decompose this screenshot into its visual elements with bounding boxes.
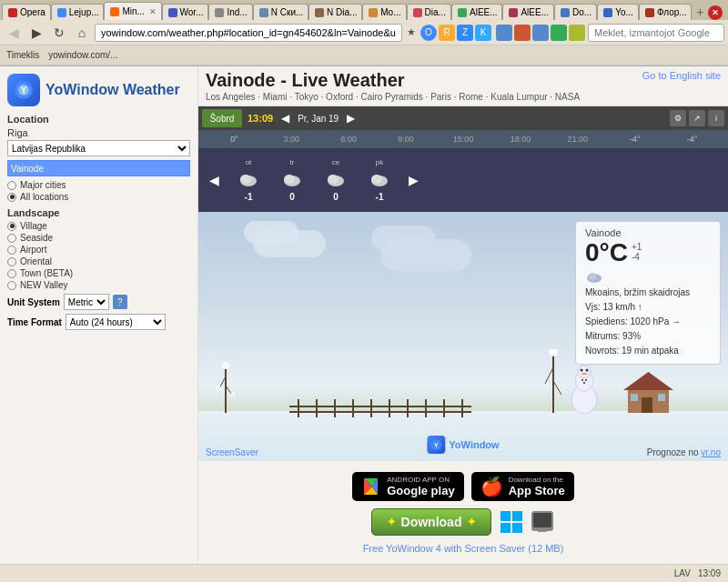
bookmark-icon[interactable]: ★ xyxy=(407,26,416,38)
svg-marker-22 xyxy=(623,372,673,390)
app-store-button[interactable]: 🍎 Download on the App Store xyxy=(471,472,574,501)
forecast-nav-right[interactable]: ▶ xyxy=(344,112,358,125)
svg-point-28 xyxy=(578,366,591,378)
free-label[interactable]: Free YoWindow 4 with Screen Saver (12 MB… xyxy=(363,543,564,554)
search-bar[interactable] xyxy=(588,24,724,42)
svg-point-48 xyxy=(588,273,597,280)
bookmarks-bar: Timeklis yowindow.com/... xyxy=(0,45,728,65)
ext4-icon[interactable] xyxy=(551,25,567,41)
landscape-village[interactable]: Village xyxy=(7,221,190,231)
feed-icon[interactable]: R xyxy=(439,25,455,41)
svg-point-4 xyxy=(240,175,251,184)
tab-do[interactable]: Do... xyxy=(554,4,597,20)
new-tab-button[interactable]: + xyxy=(692,4,708,20)
radio-dot-all xyxy=(7,193,16,202)
unit-system-select[interactable]: Metric xyxy=(64,294,109,310)
address-bar[interactable] xyxy=(95,24,402,42)
forecast-next-button[interactable]: ▶ xyxy=(405,173,422,187)
tab-dia[interactable]: N Dia... xyxy=(308,4,362,20)
winter-plant-2 xyxy=(544,349,562,416)
tab-wor[interactable]: Wor... xyxy=(162,4,209,20)
forecast-nav-left[interactable]: ◀ xyxy=(278,112,292,125)
country-select[interactable]: Latvijas Republika xyxy=(7,140,190,156)
google-play-line1: ANDROID APP ON xyxy=(387,476,454,484)
landscape-oriental[interactable]: Oriental xyxy=(7,256,190,266)
svg-point-30 xyxy=(586,369,589,372)
forecast-temp-pk: -1 xyxy=(376,192,384,202)
forecast-icon-pk xyxy=(369,168,390,190)
svg-rect-24 xyxy=(631,394,638,401)
tab-mo[interactable]: Mo... xyxy=(362,4,406,20)
svg-point-8 xyxy=(328,175,339,184)
tab-dia2[interactable]: Dia... xyxy=(407,4,451,20)
temp-minus: -4 xyxy=(632,252,642,262)
tab-favicon xyxy=(168,8,177,17)
time-marker-600: 6:00 xyxy=(320,135,378,144)
close-button[interactable]: ✕ xyxy=(708,5,723,20)
tab-lejup[interactable]: Lejup... xyxy=(51,4,105,20)
home-button[interactable]: ⌂ xyxy=(72,23,92,43)
forecast-day-ce: ce xyxy=(332,158,339,166)
weather-update: Novrots: 19 min atpaka xyxy=(585,344,711,358)
ext2-icon[interactable] xyxy=(514,25,531,41)
tab-ind[interactable]: Ind... xyxy=(208,4,252,20)
download-button[interactable]: ✦ Download ✦ xyxy=(371,508,492,536)
download-section: ANDROID APP ON Google play 🍎 Download on… xyxy=(198,461,728,565)
tab-opera[interactable]: Opera xyxy=(2,4,51,20)
time-format-select[interactable]: Auto (24 hours) xyxy=(66,314,166,330)
bookmark-timeklis[interactable]: Timeklis xyxy=(4,49,42,61)
yr-link-anchor[interactable]: yr.no xyxy=(701,447,721,457)
download-row: ✦ Download ✦ xyxy=(371,508,556,536)
tab-alee2[interactable]: AlEE... xyxy=(502,4,553,20)
bookmark-yowindow[interactable]: yowindow.com/... xyxy=(46,49,120,61)
app-store-line1: Download on the xyxy=(509,476,565,484)
tab-min-active[interactable]: Min... ✕ xyxy=(104,2,161,20)
fence xyxy=(289,399,546,417)
forward-button[interactable]: ▶ xyxy=(26,23,46,43)
tab-n-ski[interactable]: N Ски... xyxy=(253,4,308,20)
tab-favicon xyxy=(603,8,612,17)
city-selected[interactable]: Vainode xyxy=(7,160,190,176)
back-button[interactable]: ◀ xyxy=(4,23,24,43)
radio-major-cities[interactable]: Major cities xyxy=(7,180,190,190)
english-link[interactable]: Go to English site xyxy=(642,70,721,81)
apple-icon: 🍎 xyxy=(480,476,503,497)
tab-label: Mo... xyxy=(380,7,400,17)
tab-label: N Dia... xyxy=(327,7,357,17)
ext5-icon[interactable] xyxy=(569,25,585,41)
sobrd-tab[interactable]: Šobrd xyxy=(202,109,242,127)
screensaver-link[interactable]: ScreenSaver xyxy=(206,447,258,457)
landscape-town[interactable]: Town (BETA) xyxy=(7,268,190,278)
widget-settings-icon[interactable]: ⚙ xyxy=(670,110,686,126)
landscape-label-new-valley: NEW Valley xyxy=(20,280,68,290)
tab-alee[interactable]: AlEE... xyxy=(451,4,502,20)
windows-icon xyxy=(499,509,524,535)
reload-button[interactable]: ↻ xyxy=(49,23,69,43)
sync-icon[interactable]: Z xyxy=(457,25,473,41)
forecast-day-tr: tr xyxy=(290,158,295,166)
extensions-icons xyxy=(496,25,585,41)
unit-info-button[interactable]: ? xyxy=(113,295,127,309)
time-format-row: Time Format Auto (24 hours) xyxy=(7,314,190,330)
widget-share-icon[interactable]: ↗ xyxy=(689,110,705,126)
forecast-prev-button[interactable]: ◀ xyxy=(206,173,223,187)
tab-bar: Opera Lejup... Min... ✕ Wor... Ind... N … xyxy=(0,0,728,20)
google-play-button[interactable]: ANDROID APP ON Google play xyxy=(352,472,463,501)
svg-point-10 xyxy=(371,175,382,184)
svg-point-14 xyxy=(222,362,229,369)
ext1-icon[interactable] xyxy=(496,25,512,41)
landscape-section-label: Landscape xyxy=(7,207,190,218)
tab-flor[interactable]: Флор... xyxy=(639,4,693,20)
google-play-line2: Google play xyxy=(387,484,454,497)
download-star-right: ✦ xyxy=(467,516,476,528)
landscape-new-valley[interactable]: NEW Valley xyxy=(7,280,190,290)
ext3-icon[interactable] xyxy=(532,25,549,41)
landscape-airport[interactable]: Airport xyxy=(7,245,190,255)
widget-info-icon[interactable]: i xyxy=(708,110,724,126)
tab-yo[interactable]: Yo... xyxy=(597,4,639,20)
radio-all-locations[interactable]: All locations xyxy=(7,192,190,202)
landscape-seaside[interactable]: Seaside xyxy=(7,233,190,243)
opera-icon[interactable]: O xyxy=(420,25,437,41)
tab-close-icon[interactable]: ✕ xyxy=(149,7,157,16)
mail-icon[interactable]: K xyxy=(475,25,491,41)
